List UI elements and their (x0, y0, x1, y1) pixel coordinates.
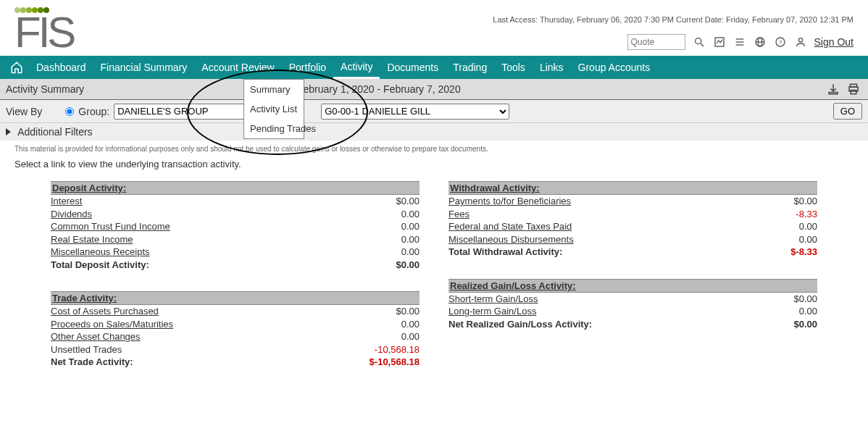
dropdown-pending-trades[interactable]: Pending Trades (244, 119, 304, 138)
dropdown-summary[interactable]: Summary (244, 80, 304, 99)
row-value: -10,568.18 (362, 343, 420, 356)
quote-input[interactable] (627, 34, 685, 50)
user-icon[interactable] (794, 35, 807, 49)
go-button[interactable]: GO (833, 103, 862, 120)
nav-financial-summary[interactable]: Financial Summary (93, 56, 195, 79)
svg-point-0 (695, 38, 701, 44)
row-value: $0.00 (362, 195, 420, 208)
globe-icon[interactable] (754, 35, 767, 49)
brand-dots (0, 0, 868, 15)
nav-account-review[interactable]: Account Review (194, 56, 281, 79)
row-label[interactable]: Other Asset Changes (51, 330, 141, 343)
trade-total-value: $-10,568.18 (362, 356, 420, 369)
activity-dropdown: Summary Activity List Pending Trades (243, 79, 304, 139)
caret-right-icon (6, 128, 11, 135)
row-label[interactable]: Fees (448, 208, 470, 221)
group-radio[interactable] (65, 107, 74, 116)
print-icon[interactable] (846, 82, 861, 96)
row-label[interactable]: Federal and State Taxes Paid (448, 220, 572, 233)
row-value: 0.00 (362, 220, 420, 233)
help-icon[interactable]: ? (774, 35, 787, 49)
nav-dashboard[interactable]: Dashboard (29, 56, 93, 79)
row-value: $0.00 (759, 195, 817, 208)
fis-logo: FIS (14, 15, 73, 50)
viewby-label: View By (6, 106, 42, 117)
nav-trading[interactable]: Trading (446, 56, 494, 79)
trade-total-label: Net Trade Activity: (51, 356, 133, 369)
svg-line-1 (701, 43, 704, 46)
row-value: 0.00 (362, 318, 420, 331)
deposit-total-label: Total Deposit Activity: (51, 259, 149, 272)
row-value: 0.00 (759, 305, 817, 318)
row-label[interactable]: Miscellaneous Receipts (51, 246, 150, 259)
withdrawal-activity-header: Withdrawal Activity: (448, 181, 817, 195)
row-value: $0.00 (759, 293, 817, 306)
dropdown-activity-list[interactable]: Activity List (244, 99, 304, 119)
trade-activity-section: Trade Activity: Cost of Assets Purchased… (51, 291, 420, 369)
instruction-text: Select a link to view the underlying tra… (0, 154, 868, 181)
group-label: Group: (78, 106, 109, 117)
additional-filters-toggle[interactable]: Additional Filters (0, 122, 868, 141)
group-select[interactable]: DANIELLE'S GROUP (114, 104, 259, 120)
nav-group-accounts[interactable]: Group Accounts (571, 56, 658, 79)
row-value: 0.00 (362, 233, 420, 246)
nav-portfolio[interactable]: Portfolio (282, 56, 333, 79)
main-nav: Dashboard Financial Summary Account Revi… (0, 56, 868, 79)
svg-rect-12 (829, 93, 838, 94)
row-label[interactable]: Cost of Assets Purchased (51, 305, 159, 318)
nav-documents[interactable]: Documents (380, 56, 446, 79)
gainloss-activity-section: Realized Gain/Loss Activity: Short-term … (448, 279, 817, 331)
row-value: 0.00 (362, 208, 420, 221)
row-label[interactable]: Proceeds on Sales/Maturities (51, 318, 173, 331)
withdrawal-activity-section: Withdrawal Activity: Payments to/for Ben… (448, 181, 817, 259)
gainloss-activity-header: Realized Gain/Loss Activity: (448, 279, 817, 293)
session-info: Last Access: Thursday, February 06, 2020… (493, 15, 854, 24)
gainloss-total-value: $0.00 (759, 318, 817, 331)
row-label[interactable]: Short-term Gain/Loss (448, 293, 538, 306)
account-select[interactable]: G0-00-1 DANIELLE GILL (321, 104, 509, 120)
disclaimer-text: This material is provided for informatio… (0, 141, 868, 154)
row-value: $0.00 (362, 305, 420, 318)
row-label[interactable]: Common Trust Fund Income (51, 220, 170, 233)
row-value: 0.00 (759, 233, 817, 246)
download-icon[interactable] (826, 82, 840, 96)
row-value: 0.00 (759, 220, 817, 233)
svg-point-11 (798, 38, 802, 42)
deposit-total-value: $0.00 (362, 259, 420, 272)
withdrawal-total-label: Total Withdrawal Activity: (448, 246, 562, 259)
row-label: Unsettled Trades (51, 343, 122, 356)
nav-tools[interactable]: Tools (494, 56, 533, 79)
row-label[interactable]: Payments to/for Beneficiaries (448, 195, 571, 208)
row-label[interactable]: Real Estate Income (51, 233, 133, 246)
row-label[interactable]: Interest (51, 195, 82, 208)
nav-activity[interactable]: Activity (333, 56, 380, 79)
gainloss-total-label: Net Realized Gain/Loss Activity: (448, 318, 592, 331)
date-range: February 1, 2020 - February 7, 2020 (297, 83, 826, 95)
deposit-activity-section: Deposit Activity: Interest$0.00Dividends… (51, 181, 420, 271)
svg-text:?: ? (778, 39, 782, 46)
home-icon[interactable] (10, 61, 23, 74)
row-value: -8.33 (759, 208, 817, 221)
deposit-activity-header: Deposit Activity: (51, 181, 420, 195)
row-value: 0.00 (362, 330, 420, 343)
row-label[interactable]: Long-term Gain/Loss (448, 305, 536, 318)
withdrawal-total-value: $-8.33 (759, 246, 817, 259)
menu-icon[interactable] (733, 35, 746, 49)
search-icon[interactable] (693, 35, 706, 49)
row-label[interactable]: Miscellaneous Disbursements (448, 233, 574, 246)
row-label[interactable]: Dividends (51, 208, 92, 221)
nav-links[interactable]: Links (533, 56, 571, 79)
sign-out-link[interactable]: Sign Out (814, 36, 854, 48)
chart-icon[interactable] (713, 35, 726, 49)
row-value: 0.00 (362, 246, 420, 259)
trade-activity-header: Trade Activity: (51, 291, 420, 305)
